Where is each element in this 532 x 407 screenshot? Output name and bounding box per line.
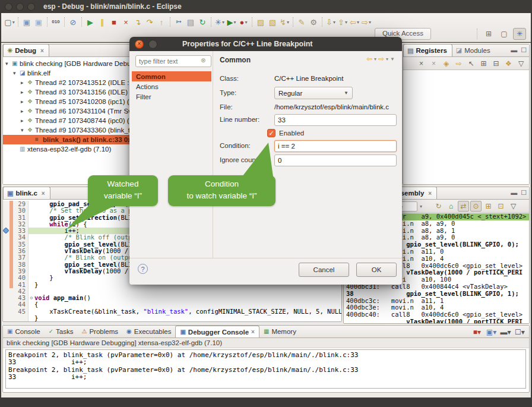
toolbar-icon[interactable]: 010▾: [50, 15, 62, 29]
breakpoint-gutter[interactable]: [3, 234, 10, 241]
toolbar-icon[interactable]: ↷▾: [144, 15, 156, 29]
toolbar-icon[interactable]: ⇦▾: [349, 15, 360, 29]
fold-icon[interactable]: [28, 282, 34, 288]
debug-tree-item[interactable]: ▾ ❖ Thread #9 1073433360 (blink_task: [3, 125, 136, 135]
toolbar-icon[interactable]: ▾: [15, 15, 21, 29]
cancel-button[interactable]: Cancel: [299, 263, 349, 277]
console-action-icon[interactable]: ▣▾: [486, 327, 497, 337]
toolbar-icon[interactable]: ✎▾: [296, 15, 308, 29]
close-tab-icon[interactable]: ×: [40, 48, 44, 54]
console-output[interactable]: Breakpoint 2, blink_task (pvParameter=0x…: [5, 349, 526, 389]
dialog-close-icon[interactable]: ×: [135, 40, 144, 49]
toolbar-icon[interactable]: ↴▾: [132, 15, 144, 29]
dialog-nav-item[interactable]: Filter: [132, 92, 211, 102]
ok-button[interactable]: OK: [356, 263, 397, 277]
back-caret-icon[interactable]: ▾: [374, 56, 376, 62]
debug-tree-item[interactable]: ▸ ❖ Thread #6 1073431104 (Tmr Svc) (S: [3, 106, 136, 116]
fold-icon[interactable]: [28, 228, 34, 234]
view-tab[interactable]: ▤ Registers: [403, 44, 452, 56]
disassembly-toolbar-icon[interactable]: ⌂: [445, 201, 457, 212]
fold-icon[interactable]: [28, 301, 34, 308]
dialog-nav-item[interactable]: Common: [132, 71, 211, 81]
toolbar-icon[interactable]: ▣▾: [21, 15, 33, 29]
expander-icon[interactable]: ▸: [21, 99, 27, 105]
breakpoint-gutter[interactable]: [3, 261, 10, 268]
console-action-icon[interactable]: ▬▾: [500, 327, 511, 337]
fold-icon[interactable]: [28, 234, 34, 241]
console-tab[interactable]: ▣ Console: [3, 326, 45, 337]
expander-icon[interactable]: ▾: [5, 61, 12, 67]
registers-toolbar-icon[interactable]: ❖: [503, 58, 514, 69]
debug-tree-item[interactable]: ≡ blink_task() at blink.c:33 0x400db: [3, 135, 136, 144]
toolbar-icon[interactable]: ⇩▾: [325, 15, 337, 29]
breakpoint-gutter[interactable]: [3, 282, 10, 288]
clear-filter-icon[interactable]: ⊗: [201, 57, 205, 64]
toolbar-icon[interactable]: ▾: [79, 15, 84, 29]
toolbar-icon[interactable]: ▾: [249, 15, 255, 29]
debug-tree-item[interactable]: ▥ xtensa-esp32-elf-gdb (7.10): [3, 144, 136, 154]
console-tab[interactable]: ▣ Debugger Console ×: [175, 326, 259, 337]
fold-icon[interactable]: [28, 248, 34, 254]
perspective-icon[interactable]: ✳: [513, 28, 526, 40]
expander-icon[interactable]: ▸: [21, 80, 27, 86]
toolbar-icon[interactable]: ▾: [208, 15, 214, 29]
minimize-icon[interactable]: ▬: [511, 189, 517, 197]
disassembly-toolbar-icon[interactable]: ⊙: [470, 201, 482, 212]
toolbar-icon[interactable]: ■▾: [108, 15, 120, 29]
close-tab-icon[interactable]: ×: [251, 329, 255, 335]
forward-icon[interactable]: ⇨: [378, 55, 384, 63]
fold-icon[interactable]: [28, 308, 34, 315]
debug-tree[interactable]: ▾ ▣ blink checking [GDB Hardware Debug ▾…: [3, 57, 136, 154]
toolbar-icon[interactable]: ▾: [319, 15, 325, 29]
disassembly-toolbar-icon[interactable]: ⊡: [495, 201, 506, 212]
console-tab[interactable]: ◉ Executables: [122, 326, 175, 337]
view-menu-icon[interactable]: ▼: [390, 56, 395, 62]
toolbar-icon[interactable]: i↦▾: [173, 15, 185, 29]
toolbar-icon[interactable]: ▣▾: [33, 15, 45, 29]
breakpoint-gutter[interactable]: [3, 228, 10, 234]
help-icon[interactable]: ?: [138, 264, 148, 274]
breakpoint-gutter[interactable]: [3, 308, 10, 315]
close-tab-icon[interactable]: ×: [428, 190, 432, 197]
expander-icon[interactable]: ▸: [21, 108, 27, 114]
fold-icon[interactable]: ⊖: [28, 295, 34, 301]
breakpoint-gutter[interactable]: [3, 268, 10, 275]
fold-icon[interactable]: [28, 221, 34, 228]
minimize-icon[interactable]: ▬: [511, 46, 517, 54]
toolbar-icon[interactable]: ▧▾: [267, 15, 278, 29]
enabled-checkbox[interactable]: ✓: [267, 129, 276, 137]
fold-icon[interactable]: [28, 241, 34, 248]
toolbar-icon[interactable]: ●▾: [238, 15, 249, 29]
fold-icon[interactable]: [28, 214, 34, 221]
registers-toolbar-icon[interactable]: ▽: [515, 58, 527, 69]
debug-tree-item[interactable]: ▸ ❖ Thread #3 1073413156 (IDLE) (Susp: [3, 87, 136, 97]
registers-toolbar-icon[interactable]: ↖: [466, 58, 477, 69]
disassembly-toolbar-icon[interactable]: ↻: [433, 201, 444, 212]
fold-icon[interactable]: [28, 207, 34, 214]
maximize-icon[interactable]: ☐: [521, 46, 527, 54]
toolbar-icon[interactable]: ↯▾: [278, 15, 290, 29]
line-number-input[interactable]: [274, 114, 397, 126]
ignore-count-input[interactable]: [274, 154, 397, 166]
console-action-icon[interactable]: ■▾: [471, 327, 483, 337]
debug-tree-item[interactable]: ▸ ❖ Thread #5 1073410208 (ipc1) (Susp: [3, 97, 136, 106]
toolbar-icon[interactable]: ⇨▾: [360, 15, 372, 29]
view-tab[interactable]: ◪ Modules: [452, 44, 495, 56]
dialog-nav-item[interactable]: Actions: [132, 81, 211, 92]
fold-icon[interactable]: [28, 268, 34, 275]
window-minimize-icon[interactable]: [16, 3, 24, 11]
disassembly-toolbar-icon[interactable]: ⇄: [458, 201, 469, 212]
registers-toolbar-icon[interactable]: ⇨: [453, 58, 464, 69]
window-close-icon[interactable]: [5, 3, 12, 11]
fold-icon[interactable]: [28, 254, 34, 261]
breakpoint-gutter[interactable]: [3, 201, 10, 207]
toolbar-icon[interactable]: ▾: [62, 15, 67, 29]
console-tab[interactable]: ⚠ Problems: [77, 326, 122, 337]
close-tab-icon[interactable]: ×: [42, 190, 45, 197]
registers-toolbar-icon[interactable]: ×: [416, 58, 427, 69]
breakpoint-gutter[interactable]: [3, 241, 10, 248]
console-tab[interactable]: ▦ Memory: [259, 326, 300, 337]
toolbar-icon[interactable]: ↻▾: [197, 15, 208, 29]
debug-tree-item[interactable]: ▸ ❖ Thread #7 1073408744 (ipc0) (Susp: [3, 116, 136, 125]
toolbar-icon[interactable]: ⚙▾: [308, 15, 319, 29]
